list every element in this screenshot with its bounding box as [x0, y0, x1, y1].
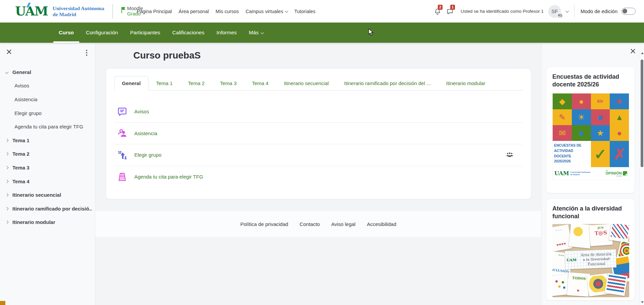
- course-index-section-tema-4[interactable]: Tema 4: [0, 175, 93, 188]
- banner-tile: ✏: [591, 93, 610, 109]
- banner-tile: ▲: [610, 109, 629, 125]
- topnav-campus-virtuales[interactable]: Campus virtuales: [245, 9, 287, 14]
- activity-link[interactable]: Asistencia: [134, 130, 157, 136]
- svg-text:31: 31: [121, 173, 124, 176]
- footer-link-politica-de-privacidad[interactable]: Política de privacidad: [240, 221, 288, 227]
- collage-photo: [569, 224, 593, 249]
- section-label: Itinerario ramificado por decisió...: [12, 206, 92, 212]
- topnav-area-personal[interactable]: Área personal: [179, 9, 209, 14]
- tab-tema-3[interactable]: Tema 3: [212, 76, 244, 90]
- chevron-right-icon[interactable]: [5, 221, 9, 224]
- course-nav-calificaciones[interactable]: Calificaciones: [167, 23, 210, 43]
- block-title: Atención a la diversidad funcional: [552, 205, 629, 220]
- topnav-mis-cursos[interactable]: Mis cursos: [216, 9, 239, 14]
- footer-link-aviso-legal[interactable]: Aviso legal: [331, 221, 355, 227]
- group-mode-icon[interactable]: [506, 152, 514, 158]
- close-icon: [7, 49, 11, 54]
- scroll-down-button[interactable]: [641, 301, 644, 303]
- divider: [574, 5, 574, 18]
- topnav-tutoriales[interactable]: Tutoriales: [294, 9, 315, 14]
- chevron-down-icon: [285, 9, 288, 13]
- banner-tile: ■: [591, 109, 610, 125]
- messages-button[interactable]: 1: [446, 8, 454, 15]
- user-menu[interactable]: SF P1: [548, 5, 561, 18]
- tab-itinerario-secuencial[interactable]: Itinerario secuencial: [276, 76, 336, 90]
- surveys-banner-image[interactable]: ◆●✏★✎☀■▲✉■★● ENCUESTAS DE ACTIVIDAD DOCE…: [552, 93, 629, 180]
- accessibility-corner-button[interactable]: [0, 301, 5, 305]
- close-blocks-drawer-button[interactable]: [629, 47, 637, 56]
- activity-link[interactable]: Elegir grupo: [134, 152, 162, 158]
- chevron-down-icon[interactable]: [565, 9, 569, 13]
- item-label: Avisos: [14, 83, 29, 88]
- uam-logo-small: UAM Universidad Autónoma de Madrid: [554, 170, 590, 177]
- role-badge: P1: [557, 12, 563, 19]
- chevron-right-icon[interactable]: [5, 207, 9, 210]
- course-nav-configuracion[interactable]: Configuración: [81, 23, 124, 43]
- tab-tema-4[interactable]: Tema 4: [244, 76, 276, 90]
- topnav-pagina-principal[interactable]: Página Principal: [137, 9, 172, 14]
- chevron-right-icon[interactable]: [5, 193, 9, 197]
- course-index-item-avisos[interactable]: Avisos: [0, 79, 93, 93]
- message-badge: 1: [450, 5, 455, 10]
- chevron-right-icon[interactable]: [5, 152, 9, 156]
- chevron-right-icon[interactable]: [5, 166, 9, 169]
- chevron-right-icon[interactable]: [5, 180, 9, 183]
- footer-link-accesibilidad[interactable]: Accesibilidad: [367, 221, 397, 227]
- course-index-item-elegir-grupo[interactable]: Elegir grupo: [0, 106, 93, 120]
- header-user-area: 2 1 Usted se ha identificado como Profes…: [434, 0, 636, 23]
- banner-tile: ★: [591, 125, 610, 141]
- close-icon: [631, 49, 635, 53]
- notification-badge: 2: [438, 5, 443, 10]
- course-nav-mas[interactable]: Más: [243, 23, 269, 43]
- tab-itinerario-ramificado-por-decision-del[interactable]: Itinerario ramificado por decisión del .…: [336, 76, 439, 90]
- course-index-section-itinerario-modular[interactable]: Itinerario modular: [0, 216, 93, 229]
- topnav-label: Área personal: [179, 9, 209, 14]
- surveys-block: Encuestas de actividad docente 2025/26 ◆…: [546, 67, 635, 193]
- course-index-section-tema-2[interactable]: Tema 2: [0, 147, 93, 161]
- course-index-item-asistencia[interactable]: Asistencia: [0, 92, 93, 106]
- course-nav-label: Participantes: [130, 30, 160, 36]
- notifications-button[interactable]: 2: [434, 8, 441, 15]
- drawer-scrollbar[interactable]: [640, 50, 644, 305]
- university-name: Universidad Autónoma de Madrid: [53, 5, 104, 17]
- course-index-section-tema-1[interactable]: Tema 1: [0, 134, 93, 147]
- section-label: Tema 2: [12, 151, 30, 157]
- attendance-icon: [117, 128, 127, 138]
- tab-tema-2[interactable]: Tema 2: [180, 76, 212, 90]
- course-index-section-itinerario-ramificado-por-decisio[interactable]: Itinerario ramificado por decisió...: [0, 202, 93, 216]
- footer-link-contacto[interactable]: Contacto: [300, 221, 320, 227]
- chevron-down-icon[interactable]: [5, 70, 9, 74]
- brand-logo[interactable]: UAM Universidad Autónoma de Madrid Moodl…: [0, 4, 143, 19]
- kebab-menu-icon[interactable]: [85, 49, 88, 57]
- tab-tema-1[interactable]: Tema 1: [148, 76, 180, 90]
- activity-link[interactable]: Agenda tu cita para elegir TFG: [134, 174, 203, 180]
- collage-photo: [609, 224, 629, 243]
- toggle-knob: [623, 9, 627, 13]
- scrollbar-thumb[interactable]: [641, 60, 643, 167]
- page-title: Curso pruebaS: [133, 50, 201, 61]
- course-index-item-agenda-tu-cita-para-elegir-tfg[interactable]: Agenda tu cita para elegir TFG: [0, 120, 93, 134]
- course-index-section-tema-3[interactable]: Tema 3: [0, 161, 93, 175]
- course-nav-curso[interactable]: Curso: [53, 23, 79, 43]
- chevron-right-icon[interactable]: [5, 139, 9, 142]
- tab-itinerario-modular[interactable]: Itinerario modular: [439, 76, 493, 90]
- banner-tile-grid: ◆●✏★✎☀■▲✉■★●: [553, 93, 629, 141]
- course-nav-informes[interactable]: Informes: [211, 23, 242, 43]
- main-region: Curso pruebaS GeneralTema 1Tema 2Tema 3T…: [95, 43, 541, 305]
- collage-center-label: UAM Área de Atención a la Diversidad Fun…: [565, 249, 616, 269]
- course-index-tree: GeneralAvisosAsistenciaElegir grupoAgend…: [0, 65, 93, 229]
- section-label: Tema 3: [12, 165, 30, 170]
- course-index-section-itinerario-secuencial[interactable]: Itinerario secuencial: [0, 188, 93, 202]
- course-nav-label: Informes: [217, 30, 237, 36]
- course-nav-participantes[interactable]: Participantes: [125, 23, 166, 43]
- edit-mode-toggle[interactable]: [622, 8, 636, 15]
- course-index-section-general[interactable]: General: [0, 65, 93, 79]
- topnav-label: Mis cursos: [216, 9, 239, 14]
- banner-tile: ✎: [553, 109, 572, 125]
- activity-link[interactable]: Avisos: [134, 109, 149, 114]
- close-drawer-button[interactable]: [5, 48, 13, 57]
- scroll-up-button[interactable]: [641, 52, 644, 54]
- tab-general[interactable]: General: [114, 76, 148, 90]
- block-title: Encuestas de actividad docente 2025/26: [552, 73, 629, 88]
- diversity-collage-image[interactable]: ♥♥♥♥ ~ ~ ~ T@S JUN QUALITY INCLUSIÓN: [552, 224, 629, 297]
